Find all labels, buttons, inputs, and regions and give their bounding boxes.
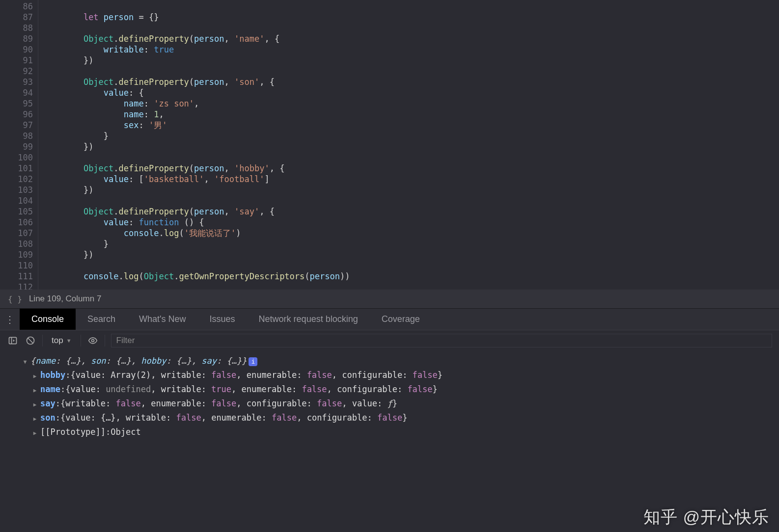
console-property-row[interactable]: name: {value: undefined, writable: true,… bbox=[6, 383, 773, 397]
console-filter-input[interactable]: Filter bbox=[111, 334, 772, 347]
expand-arrow-icon[interactable] bbox=[31, 384, 38, 397]
code-editor[interactable]: 8687888990919293949596979899100101102103… bbox=[0, 0, 779, 290]
code-line[interactable] bbox=[43, 260, 779, 271]
summary-text: {name: {…}, son: {…}, hobby: {…}, say: {… bbox=[30, 354, 247, 367]
console-toolbar: top ▼ Filter bbox=[0, 330, 779, 350]
property-key: say bbox=[40, 397, 56, 410]
svg-line-3 bbox=[28, 338, 33, 343]
code-line[interactable]: } bbox=[43, 239, 779, 249]
code-line[interactable] bbox=[43, 1, 779, 12]
code-line[interactable]: Object.defineProperty(person, 'name', { bbox=[43, 33, 779, 44]
console-object-summary[interactable]: {name: {…}, son: {…}, hobby: {…}, say: {… bbox=[6, 354, 773, 369]
tab-coverage[interactable]: Coverage bbox=[370, 309, 432, 330]
tab-search[interactable]: Search bbox=[76, 309, 127, 330]
line-number: 112 bbox=[0, 282, 33, 290]
property-value: {writable: false, enumerable: false, con… bbox=[60, 397, 397, 410]
code-line[interactable]: value: { bbox=[43, 87, 779, 98]
code-line[interactable] bbox=[43, 282, 779, 290]
line-number: 86 bbox=[0, 1, 33, 12]
line-number: 108 bbox=[0, 239, 33, 249]
line-number: 106 bbox=[0, 217, 33, 228]
line-number: 107 bbox=[0, 228, 33, 239]
tab-console[interactable]: Console bbox=[20, 309, 76, 330]
code-line[interactable]: }) bbox=[43, 55, 779, 66]
line-number: 87 bbox=[0, 12, 33, 23]
expand-arrow-icon[interactable] bbox=[31, 413, 38, 426]
context-label: top bbox=[52, 336, 63, 346]
code-line[interactable] bbox=[43, 195, 779, 206]
line-number-gutter: 8687888990919293949596979899100101102103… bbox=[0, 0, 38, 290]
code-line[interactable]: } bbox=[43, 131, 779, 141]
line-number: 90 bbox=[0, 44, 33, 55]
code-line[interactable]: name: 'zs son', bbox=[43, 98, 779, 109]
line-number: 91 bbox=[0, 55, 33, 66]
line-number: 97 bbox=[0, 120, 33, 131]
code-line[interactable]: }) bbox=[43, 185, 779, 195]
console-property-row[interactable]: son: {value: {…}, writable: false, enume… bbox=[6, 411, 773, 426]
chevron-down-icon: ▼ bbox=[66, 338, 72, 344]
property-value: {value: {…}, writable: false, enumerable… bbox=[60, 411, 407, 424]
line-number: 88 bbox=[0, 23, 33, 33]
code-line[interactable]: sex: '男' bbox=[43, 120, 779, 131]
line-number: 103 bbox=[0, 185, 33, 195]
line-number: 101 bbox=[0, 163, 33, 174]
line-number: 102 bbox=[0, 174, 33, 185]
line-number: 111 bbox=[0, 271, 33, 282]
line-number: 93 bbox=[0, 77, 33, 87]
tab-issues[interactable]: Issues bbox=[198, 309, 247, 330]
code-line[interactable]: console.log('我能说话了') bbox=[43, 228, 779, 239]
braces-icon: { } bbox=[8, 294, 22, 304]
code-line[interactable]: console.log(Object.getOwnPropertyDescrip… bbox=[43, 271, 779, 282]
line-number: 92 bbox=[0, 66, 33, 77]
live-expression-icon[interactable] bbox=[87, 335, 99, 346]
code-line[interactable]: name: 1, bbox=[43, 109, 779, 120]
code-line[interactable]: writable: true bbox=[43, 44, 779, 55]
line-number: 110 bbox=[0, 260, 33, 271]
code-line[interactable] bbox=[43, 152, 779, 163]
more-tabs-icon[interactable]: ⋮ bbox=[0, 309, 20, 330]
code-line[interactable] bbox=[43, 66, 779, 77]
expand-arrow-icon[interactable] bbox=[31, 427, 38, 440]
expand-arrow-icon[interactable] bbox=[31, 370, 38, 383]
sidebar-toggle-icon[interactable] bbox=[7, 335, 19, 346]
clear-console-icon[interactable] bbox=[25, 335, 36, 346]
code-line[interactable]: value: ['basketball', 'football'] bbox=[43, 174, 779, 185]
tab-what-s-new[interactable]: What's New bbox=[127, 309, 197, 330]
property-key: son bbox=[40, 411, 56, 424]
filter-placeholder: Filter bbox=[116, 336, 135, 346]
devtools-tabbar: ⋮ ConsoleSearchWhat's NewIssuesNetwork r… bbox=[0, 308, 779, 330]
line-number: 109 bbox=[0, 249, 33, 260]
line-number: 98 bbox=[0, 131, 33, 141]
line-number: 96 bbox=[0, 109, 33, 120]
line-number: 104 bbox=[0, 195, 33, 206]
code-line[interactable]: }) bbox=[43, 249, 779, 260]
line-number: 105 bbox=[0, 206, 33, 217]
code-line[interactable]: }) bbox=[43, 141, 779, 152]
console-property-row[interactable]: hobby: {value: Array(2), writable: false… bbox=[6, 369, 773, 383]
console-prototype-row[interactable]: [[Prototype]]: Object bbox=[6, 426, 773, 440]
property-key: hobby bbox=[40, 369, 65, 381]
console-output[interactable]: {name: {…}, son: {…}, hobby: {…}, say: {… bbox=[0, 350, 779, 532]
property-value: {value: undefined, writable: true, enume… bbox=[65, 383, 438, 396]
expand-arrow-icon[interactable] bbox=[31, 399, 38, 411]
cursor-position: Line 109, Column 7 bbox=[29, 294, 101, 304]
prototype-key: [[Prototype]] bbox=[40, 426, 106, 438]
code-line[interactable] bbox=[43, 23, 779, 33]
line-number: 100 bbox=[0, 152, 33, 163]
svg-point-4 bbox=[91, 339, 94, 342]
tab-network-request-blocking[interactable]: Network request blocking bbox=[247, 309, 370, 330]
watermark-text: 知乎 @开心快乐 bbox=[643, 510, 769, 523]
code-line[interactable]: Object.defineProperty(person, 'say', { bbox=[43, 206, 779, 217]
code-line[interactable]: Object.defineProperty(person, 'son', { bbox=[43, 77, 779, 87]
code-line[interactable]: Object.defineProperty(person, 'hobby', { bbox=[43, 163, 779, 174]
line-number: 94 bbox=[0, 87, 33, 98]
code-line[interactable]: value: function () { bbox=[43, 217, 779, 228]
prototype-value: Object bbox=[111, 426, 140, 438]
info-badge-icon[interactable]: i bbox=[249, 357, 257, 366]
property-key: name bbox=[40, 383, 60, 396]
execution-context-selector[interactable]: top ▼ bbox=[49, 335, 75, 346]
code-content[interactable]: let person = {} Object.defineProperty(pe… bbox=[38, 0, 779, 290]
code-line[interactable]: let person = {} bbox=[43, 12, 779, 23]
console-property-row[interactable]: say: {writable: false, enumerable: false… bbox=[6, 397, 773, 411]
expand-arrow-icon[interactable] bbox=[22, 356, 28, 369]
